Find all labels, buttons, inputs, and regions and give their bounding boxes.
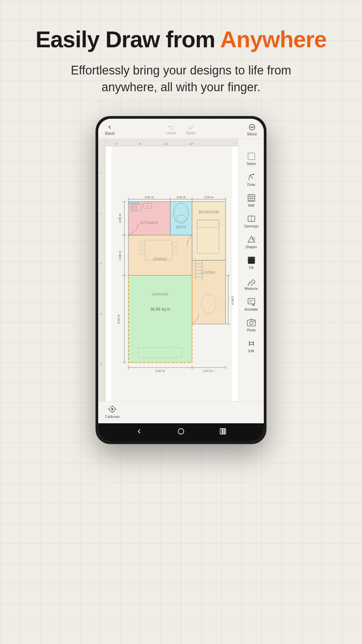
main-headline: Easily Draw from Anywhere bbox=[36, 27, 326, 52]
svg-rect-22 bbox=[128, 202, 170, 235]
svg-text:LIVING: LIVING bbox=[202, 270, 215, 274]
svg-text:6.50 m: 6.50 m bbox=[117, 314, 120, 324]
android-home-button[interactable] bbox=[177, 428, 185, 437]
svg-text:2.88 m: 2.88 m bbox=[231, 296, 234, 305]
undo-label: Undo bbox=[166, 131, 176, 136]
svg-rect-120 bbox=[220, 429, 222, 434]
svg-text:KITCHEN: KITCHEN bbox=[140, 221, 158, 225]
svg-point-114 bbox=[111, 408, 113, 410]
ruler-left: 2 4 6 8 10 bbox=[98, 146, 106, 401]
svg-point-108 bbox=[253, 321, 254, 322]
svg-text:6: 6 bbox=[100, 263, 103, 264]
svg-text:2.88 m: 2.88 m bbox=[118, 251, 122, 260]
svg-rect-31 bbox=[170, 202, 192, 235]
svg-text:2.00 m: 2.00 m bbox=[176, 196, 186, 199]
svg-rect-82 bbox=[128, 202, 138, 204]
openings-label: Openings bbox=[244, 224, 258, 228]
headline-anywhere: Anywhere bbox=[220, 26, 326, 52]
select-tool[interactable]: Select bbox=[240, 149, 263, 168]
center-actions: Undo Redo bbox=[166, 124, 195, 136]
svg-rect-103 bbox=[248, 299, 255, 304]
svg-rect-53 bbox=[192, 260, 226, 324]
svg-rect-85 bbox=[248, 195, 255, 201]
svg-text:10: 10 bbox=[100, 363, 103, 366]
edit-label: Edit bbox=[248, 349, 254, 353]
android-navbar bbox=[98, 423, 264, 441]
svg-point-107 bbox=[250, 321, 253, 325]
svg-text:36.86 sq m: 36.86 sq m bbox=[150, 307, 170, 312]
headline-part1: Easily Draw from bbox=[36, 26, 220, 52]
svg-text:GARAGE: GARAGE bbox=[152, 292, 169, 296]
ruler-top: 0' 8' 16' 24' bbox=[106, 139, 238, 146]
undo-button[interactable]: Undo bbox=[166, 124, 176, 136]
svg-text:BATH: BATH bbox=[176, 225, 186, 229]
openings-tool[interactable]: Openings bbox=[240, 211, 263, 231]
more-label: More bbox=[247, 131, 257, 137]
svg-text:2: 2 bbox=[100, 172, 103, 174]
svg-rect-121 bbox=[223, 429, 224, 434]
shapes-tool[interactable]: Shapes bbox=[240, 232, 263, 252]
svg-text:2.85 m: 2.85 m bbox=[118, 214, 122, 223]
device-screen: Back Undo Red bbox=[98, 119, 264, 441]
photo-label: Photo bbox=[247, 328, 255, 332]
svg-point-3 bbox=[253, 127, 254, 127]
svg-rect-99 bbox=[248, 279, 255, 286]
device-mockup: Back Undo Red bbox=[96, 116, 266, 444]
floorplan[interactable]: 3.67 m 2.00 m 3.59 m bbox=[106, 146, 238, 401]
android-back-button[interactable] bbox=[135, 428, 143, 437]
svg-text:BEDROOM: BEDROOM bbox=[199, 210, 219, 214]
annotate-tool[interactable]: Annotate bbox=[240, 294, 263, 314]
canvas-area: 2 4 6 8 10 bbox=[98, 146, 264, 401]
shapes-label: Shapes bbox=[246, 245, 257, 249]
subtitle-text: Effortlessly bring your designs to life … bbox=[55, 62, 307, 96]
fill-label: Fill bbox=[249, 266, 253, 270]
redo-label: Redo bbox=[186, 131, 196, 136]
svg-rect-122 bbox=[224, 429, 226, 434]
photo-tool[interactable]: Photo bbox=[240, 315, 263, 335]
svg-rect-83 bbox=[248, 153, 255, 160]
measure-label: Measure bbox=[245, 287, 258, 290]
redo-button[interactable]: Redo bbox=[186, 124, 196, 136]
svg-text:5.67 m: 5.67 m bbox=[156, 369, 165, 373]
svg-text:3.67 m: 3.67 m bbox=[144, 196, 154, 199]
svg-rect-43 bbox=[128, 235, 192, 275]
back-label: Back bbox=[105, 131, 115, 136]
calibrate-label: Calibrate bbox=[105, 415, 120, 419]
wall-label: Wall bbox=[248, 204, 254, 207]
calibrate-button[interactable]: Calibrate bbox=[105, 405, 120, 419]
svg-text:4: 4 bbox=[100, 212, 103, 214]
app-topbar: Back Undo Red bbox=[98, 119, 264, 139]
svg-text:8: 8 bbox=[100, 313, 103, 315]
svg-rect-95 bbox=[248, 257, 255, 264]
svg-point-1 bbox=[251, 127, 251, 127]
svg-rect-56 bbox=[128, 275, 192, 363]
svg-text:3.59 m: 3.59 m bbox=[204, 196, 214, 199]
svg-text:DINING: DINING bbox=[153, 257, 167, 261]
back-button[interactable]: Back bbox=[105, 124, 115, 136]
svg-point-2 bbox=[252, 127, 252, 127]
android-recents-button[interactable] bbox=[219, 428, 227, 437]
draw-label: Draw bbox=[247, 183, 255, 186]
draw-tool[interactable]: Draw bbox=[240, 170, 263, 189]
edit-tool[interactable]: Edit bbox=[240, 336, 263, 356]
right-toolbar: Select Draw bbox=[238, 146, 264, 401]
svg-text:3.97 m –: 3.97 m – bbox=[203, 369, 215, 373]
wall-tool[interactable]: Wall bbox=[240, 191, 263, 210]
fill-tool[interactable]: Fill bbox=[240, 253, 263, 272]
select-label: Select bbox=[247, 162, 256, 166]
svg-point-119 bbox=[178, 429, 184, 434]
svg-marker-93 bbox=[248, 236, 255, 242]
svg-point-84 bbox=[253, 174, 254, 175]
more-button[interactable]: More bbox=[247, 123, 257, 137]
measure-tool[interactable]: Measure bbox=[240, 274, 263, 293]
app-bottombar: Calibrate bbox=[98, 401, 264, 423]
annotate-label: Annotate bbox=[244, 308, 258, 311]
